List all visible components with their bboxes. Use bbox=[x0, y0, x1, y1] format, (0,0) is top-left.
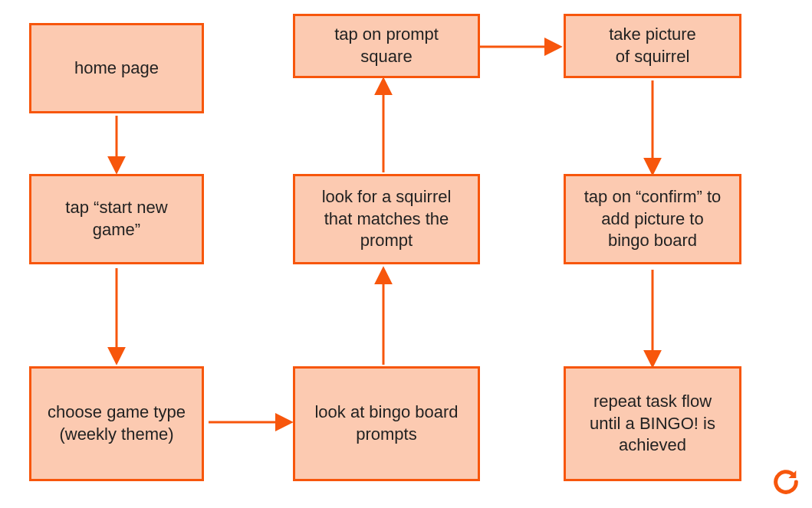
step-label: repeat task flow until a BINGO! is achie… bbox=[580, 391, 725, 457]
step-label: choose game type (weekly theme) bbox=[45, 401, 188, 445]
step-start-new-game: tap “start new game” bbox=[29, 174, 204, 264]
step-label: home page bbox=[74, 57, 159, 80]
step-tap-prompt-square: tap on prompt square bbox=[293, 14, 480, 78]
step-label: tap on prompt square bbox=[309, 24, 464, 67]
step-label: tap “start new game” bbox=[45, 197, 188, 241]
step-label: tap on “confirm” to add picture to bingo… bbox=[580, 186, 725, 252]
step-look-for-squirrel: look for a squirrel that matches the pro… bbox=[293, 174, 480, 264]
step-choose-game-type: choose game type (weekly theme) bbox=[29, 366, 204, 481]
step-label: take picture of squirrel bbox=[580, 24, 725, 67]
step-look-at-board: look at bingo board prompts bbox=[293, 366, 480, 481]
step-tap-confirm: tap on “confirm” to add picture to bingo… bbox=[564, 174, 741, 264]
step-repeat-until-bingo: repeat task flow until a BINGO! is achie… bbox=[564, 366, 741, 481]
step-label: look for a squirrel that matches the pro… bbox=[309, 186, 464, 252]
step-home-page: home page bbox=[29, 23, 204, 113]
step-label: look at bingo board prompts bbox=[309, 401, 464, 445]
step-take-picture: take picture of squirrel bbox=[564, 14, 741, 78]
reload-icon[interactable] bbox=[771, 467, 801, 497]
